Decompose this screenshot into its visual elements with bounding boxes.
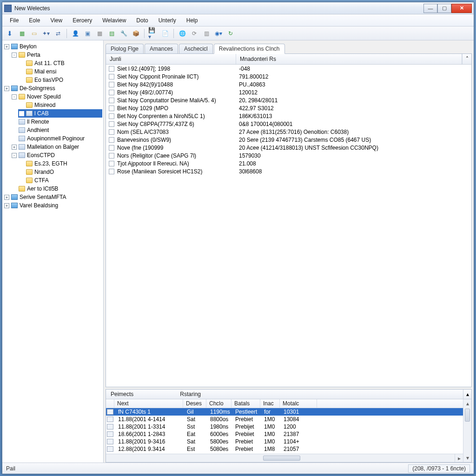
- scroll-right-icon[interactable]: ▸: [455, 454, 463, 462]
- bottom-row[interactable]: 11.88(2001 4-1414Sat8800osPrebiet1M01308…: [106, 416, 463, 423]
- bottom-row[interactable]: fN C7430ts 1Gil1190msPestleertfor10301: [106, 408, 463, 416]
- bottom-col-chclo[interactable]: Chclo: [206, 399, 231, 408]
- collapse-icon[interactable]: -: [12, 153, 17, 158]
- maximize-button[interactable]: ▢: [437, 4, 451, 13]
- tree-node[interactable]: +Beylon: [3, 42, 102, 51]
- column-junli[interactable]: Junli: [106, 54, 236, 64]
- bottom-row[interactable]: 12.88(2001 9.3414Est5080esPrebiet1M82105…: [106, 445, 463, 453]
- list-row[interactable]: Tjot Ajppotoor ll Rereuci. NA)21.008: [106, 159, 471, 167]
- collapse-icon[interactable]: ˄: [462, 54, 471, 64]
- bottom-row[interactable]: 18.66(2001 1-2843Eat6000esPrebiiet1M0213…: [106, 430, 463, 438]
- list-row[interactable]: Siat Noy Conputattor Desine MaliA/5. 4)2…: [106, 96, 471, 104]
- tree-node[interactable]: Ast 11. CTB: [18, 59, 102, 67]
- tab-revalinections-ins-clnch[interactable]: Revalinections ins Clnch: [214, 44, 285, 54]
- sync-icon[interactable]: ⟳: [190, 29, 199, 38]
- list-rows[interactable]: Siet l·92.(4097[; 1998-048Siet Noy Cippo…: [106, 65, 471, 387]
- scroll-up-icon[interactable]: ▴: [463, 390, 471, 399]
- bottom-rows[interactable]: fN C7430ts 1Gil1190msPestleertfor1030111…: [106, 408, 463, 454]
- bottom-row[interactable]: 11.88(2001 9-3416Sat5800esPrebiet1M01104…: [106, 438, 463, 445]
- tree-node[interactable]: Aoupinonmell Poginour: [11, 134, 102, 143]
- tree-node[interactable]: Eo tiasVPO: [18, 76, 102, 84]
- scrollbar-thumb[interactable]: [263, 456, 300, 461]
- tree-node[interactable]: Andhient: [11, 126, 102, 134]
- menu-file[interactable]: File: [5, 16, 23, 25]
- checkbox[interactable]: [109, 106, 114, 111]
- list-row[interactable]: Siet Noy Cipponit Proninale llCT)791.800…: [106, 73, 471, 80]
- close-button[interactable]: ✕: [451, 4, 472, 13]
- tree-node[interactable]: -Nover Speuld: [11, 93, 102, 101]
- menu-view[interactable]: View: [46, 16, 67, 25]
- list-row[interactable]: Biet Noy 842(9)/10488PU.,40863: [106, 80, 471, 88]
- checkbox[interactable]: [109, 121, 114, 127]
- checkbox[interactable]: [109, 98, 114, 103]
- help-icon[interactable]: ◉▾: [214, 29, 223, 38]
- tree-node[interactable]: ll Renote: [11, 118, 102, 126]
- bottom-col-inac[interactable]: Inac: [260, 399, 280, 408]
- expand-icon[interactable]: +: [12, 145, 17, 150]
- menu-unterly[interactable]: Unterly: [154, 16, 181, 25]
- scrollbar-thumb[interactable]: [465, 409, 470, 422]
- list-row[interactable]: Rose (Maniiean Soresicet HC1S2)30l68608: [106, 167, 471, 175]
- expand-icon[interactable]: +: [4, 203, 9, 208]
- globe-icon[interactable]: 🌐: [178, 29, 187, 38]
- list-row[interactable]: Biet Noy 1029 (MPO422,97 S3012: [106, 104, 471, 112]
- menu-eeroery[interactable]: Eeroery: [68, 16, 97, 25]
- tree-node[interactable]: Es.23, EGTH: [18, 159, 102, 168]
- tree-node[interactable]: NrandO: [18, 168, 102, 176]
- back-icon[interactable]: ⬇: [5, 29, 14, 38]
- vertical-scrollbar[interactable]: ▴ ▾: [463, 399, 471, 462]
- tools-icon[interactable]: 🔧: [119, 29, 128, 38]
- checkbox[interactable]: [109, 82, 114, 87]
- scroll-up-icon[interactable]: ▴: [463, 399, 471, 408]
- checkbox[interactable]: [109, 129, 114, 135]
- tab-rstaring[interactable]: Rstaring: [175, 390, 205, 399]
- list-row[interactable]: Nors (Religitor (Caee (SAPG 7l)1579030: [106, 152, 471, 159]
- bottom-col-motalc[interactable]: Motalc: [280, 399, 317, 408]
- tab-peimects[interactable]: Peimects: [106, 390, 138, 399]
- open-icon[interactable]: ▭: [29, 29, 39, 38]
- list-row[interactable]: Biet Noy (49/2/,00774)120012: [106, 88, 471, 96]
- collapse-icon[interactable]: -: [12, 94, 17, 99]
- minimize-button[interactable]: —: [423, 4, 437, 13]
- tree-node[interactable]: l CAB: [18, 109, 102, 118]
- table-icon[interactable]: ▤: [107, 29, 116, 38]
- list-row[interactable]: Banevesinos (0/SW9)20 Sere (2139 4746771…: [106, 136, 471, 144]
- checkbox[interactable]: [109, 66, 114, 72]
- grid-icon[interactable]: ▦: [95, 29, 104, 38]
- user-icon[interactable]: 👤: [71, 29, 80, 38]
- window-icon[interactable]: ▣: [83, 29, 92, 38]
- checkbox[interactable]: [109, 137, 114, 143]
- tree-node[interactable]: Aer to lCtl5B: [11, 185, 102, 193]
- page-icon[interactable]: 📄: [160, 29, 170, 38]
- refresh-icon[interactable]: ↻: [226, 29, 235, 38]
- menu-eole[interactable]: Eole: [24, 16, 45, 25]
- tree-node[interactable]: CTFA: [18, 176, 102, 185]
- tab-aschecicl[interactable]: Aschecicl: [179, 44, 213, 53]
- list-row[interactable]: Siet Noy C8PPA(7775/,437Z 6)0&8 1700014(…: [106, 120, 471, 128]
- wizard-icon[interactable]: ✦▾: [41, 29, 51, 38]
- list-row[interactable]: Siet l·92.(4097[; 1998-048: [106, 65, 471, 73]
- expand-icon[interactable]: +: [4, 86, 9, 91]
- panel-icon[interactable]: ▥: [202, 29, 211, 38]
- bottom-col-deses[interactable]: Deses: [183, 399, 206, 408]
- list-row[interactable]: Nove (fne (19099920 Acee (41214/3188013)…: [106, 144, 471, 152]
- tree-node[interactable]: +Serive SentaMFTA: [3, 193, 102, 201]
- new-icon[interactable]: ▦: [17, 29, 26, 38]
- tree-node[interactable]: +De-Solngrress: [3, 84, 102, 93]
- expand-icon[interactable]: +: [4, 195, 9, 200]
- tab-amances[interactable]: Amances: [145, 44, 178, 53]
- collapse-icon[interactable]: -: [12, 53, 17, 58]
- box-icon[interactable]: 📦: [131, 29, 140, 38]
- checkbox[interactable]: [109, 90, 114, 95]
- tree-node[interactable]: +Varel Bealdsing: [3, 201, 102, 210]
- tree-node[interactable]: Mial ensi: [18, 67, 102, 76]
- menu-welaview[interactable]: Welaview: [98, 16, 131, 25]
- checkbox[interactable]: [109, 74, 114, 79]
- checkbox[interactable]: [109, 113, 114, 119]
- checkbox[interactable]: [109, 169, 114, 174]
- checkbox[interactable]: [109, 161, 114, 166]
- bottom-row[interactable]: 11.88(2001 1-3314Sst1980nsPrebijet1M0120…: [106, 423, 463, 430]
- column-mnadonteri[interactable]: Mnadonteri Rs: [236, 54, 462, 64]
- expand-icon[interactable]: +: [4, 44, 9, 49]
- bottom-col-batals[interactable]: Batals: [231, 399, 260, 408]
